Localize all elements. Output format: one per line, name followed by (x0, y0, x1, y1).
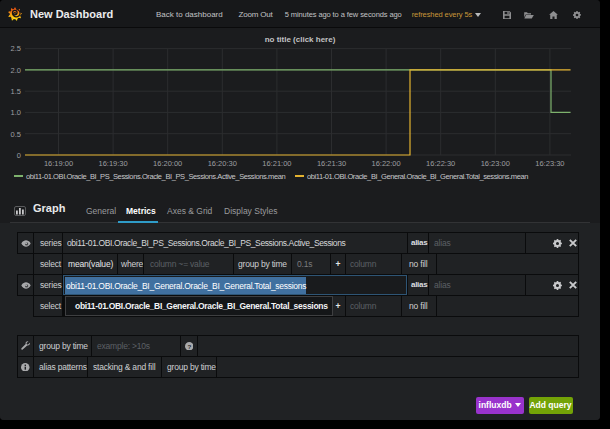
svg-text:?: ? (187, 342, 191, 349)
